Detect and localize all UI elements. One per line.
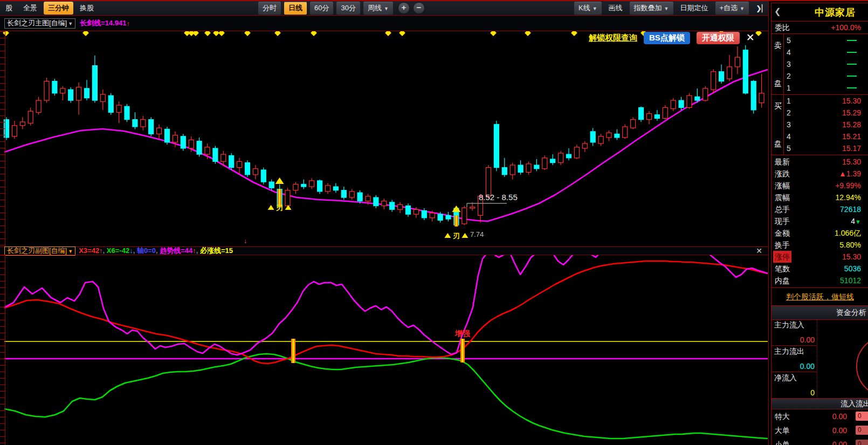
level-num: 5 bbox=[787, 142, 791, 154]
quote-row-内盘: 内盘51012 bbox=[771, 275, 868, 286]
view-tab-3[interactable]: 换股 bbox=[75, 2, 98, 15]
quote-row-金额: 金额1.066亿 bbox=[771, 227, 868, 239]
level-num: 2 bbox=[787, 107, 791, 119]
diamond-marker-icon bbox=[274, 31, 281, 36]
fund-analysis-header: 资金分析 bbox=[771, 305, 868, 320]
level-price: 15.28 bbox=[842, 119, 861, 131]
sub-chart-close-icon[interactable]: ✕ bbox=[756, 247, 762, 255]
level-price: 15.30 bbox=[842, 95, 861, 107]
price-range-label: 8.52 - 8.55 bbox=[479, 193, 518, 202]
main-chart-plot[interactable]: 刃刃8.52 - 8.557.74 解锁权限查询 BS点解锁 开通权限 ✕ bbox=[0, 31, 769, 247]
buy-level-row[interactable]: 515.17 bbox=[771, 142, 868, 154]
flow-header: 流入流出 bbox=[771, 398, 868, 409]
quote-label: 最新 bbox=[775, 156, 790, 168]
weibi-value: +100.0% bbox=[831, 22, 861, 33]
quote-value: 51012 bbox=[840, 275, 861, 286]
quote-label: 涨跌 bbox=[775, 168, 790, 180]
sub-chart-plot[interactable]: 增强 bbox=[0, 255, 769, 445]
vertical-divider bbox=[768, 0, 769, 445]
toolbar-period-group: 分时日线60分30分周线▼+− bbox=[257, 1, 425, 15]
level-num: 5 bbox=[787, 35, 791, 46]
flow-badge: 0 bbox=[856, 412, 868, 421]
flow-badge: 0 bbox=[856, 426, 868, 435]
period-tab-分时[interactable]: 分时 bbox=[258, 1, 281, 15]
blade-signal-label: 刃 bbox=[276, 204, 283, 212]
series-X6 bbox=[4, 354, 768, 439]
quote-label: 震幅 bbox=[775, 191, 790, 203]
toolbar-left-tabs: 股全景三分钟换股 bbox=[0, 1, 99, 15]
tool-1[interactable]: 画线 bbox=[604, 2, 627, 15]
quote-value: 5.80% bbox=[839, 239, 861, 251]
quote-label: 笔数 bbox=[775, 263, 790, 275]
up-arrow-icon: ↑ bbox=[127, 19, 130, 28]
series-X3 bbox=[4, 261, 768, 364]
tool-0[interactable]: K线▼ bbox=[574, 1, 602, 15]
back-arrow-icon[interactable]: ❮ bbox=[774, 6, 781, 16]
fund-label: 净流入 bbox=[774, 373, 797, 383]
level-price: 15.17 bbox=[842, 142, 861, 154]
sell-level-row[interactable]: 2 bbox=[771, 70, 868, 82]
candlestick-chart: 刃刃8.52 - 8.557.74 bbox=[0, 31, 769, 247]
flow-row-大单: 大单0.000 bbox=[771, 423, 868, 437]
period-tab-60分[interactable]: 60分 bbox=[309, 1, 334, 15]
view-tab-2[interactable]: 三分钟 bbox=[44, 2, 73, 15]
sell-level-row[interactable]: 5 bbox=[771, 35, 868, 46]
close-icon[interactable]: ✕ bbox=[746, 33, 755, 42]
buy-level-row[interactable]: 215.29 bbox=[771, 107, 868, 119]
fund-row-主力流入: 主力流入0.00 bbox=[771, 319, 817, 346]
diamond-marker-icon bbox=[192, 31, 199, 36]
param-X6: X6=-42 bbox=[107, 247, 129, 255]
top-toolbar: 股全景三分钟换股 分时日线60分30分周线▼+− K线▼画线指数叠加▼日期定位+… bbox=[0, 1, 769, 15]
tool-4[interactable]: +自选▼ bbox=[715, 1, 750, 15]
flow-row-特大: 特大0.000 bbox=[771, 409, 868, 423]
zoom-in-button[interactable]: + bbox=[398, 2, 410, 14]
quote-row-震幅: 震幅12.94% bbox=[771, 191, 868, 203]
sub-indicator-selector[interactable]: 长剑之刃副图[自编]▼ bbox=[4, 247, 75, 256]
unlock-permission-query-link[interactable]: 解锁权限查询 bbox=[589, 33, 637, 43]
quote-label: 涨停 bbox=[773, 251, 791, 263]
main-indicator-selector[interactable]: 长剑之刃主图[自编]▼ bbox=[4, 18, 75, 29]
param-必涨线: 必涨线=15 bbox=[200, 247, 233, 255]
sell-level-row[interactable]: 3 bbox=[771, 58, 868, 70]
blade-signal-label: 刃 bbox=[453, 232, 460, 240]
quote-row-笔数: 笔数5036 bbox=[771, 263, 868, 275]
diamond-marker-icon bbox=[218, 31, 225, 36]
period-tab-日线[interactable]: 日线 bbox=[284, 1, 307, 15]
buy-level-row[interactable]: 415.21 bbox=[771, 131, 868, 142]
sell-level-row[interactable]: 1 bbox=[771, 82, 868, 94]
open-permission-button[interactable]: 开通权限 bbox=[697, 32, 740, 44]
quote-value: ▲1.39 bbox=[839, 168, 861, 180]
diamond-marker-icon bbox=[385, 31, 391, 36]
tool-2[interactable]: 指数叠加▼ bbox=[629, 1, 674, 15]
view-tab-1[interactable]: 全景 bbox=[19, 2, 42, 15]
stock-activity-link[interactable]: 判个股活跃，做短线 bbox=[786, 292, 854, 301]
quote-row-最新: 最新15.30 bbox=[771, 156, 868, 168]
fund-pie-chart bbox=[856, 336, 868, 397]
zoom-out-button[interactable]: − bbox=[413, 2, 425, 14]
tool-3[interactable]: 日期定位 bbox=[676, 2, 713, 15]
empty-price-dash bbox=[847, 76, 857, 77]
flow-row-小单: 小单0.000 bbox=[771, 437, 868, 445]
view-tab-0[interactable]: 股 bbox=[1, 2, 17, 15]
fund-row-主力流出: 主力流出0.00 bbox=[771, 346, 817, 372]
chevron-down-icon: ▼ bbox=[740, 6, 745, 11]
sell-level-row[interactable]: 4 bbox=[771, 46, 868, 58]
flow-value: 0.00 bbox=[832, 437, 847, 445]
sidebar-header: ❮ 中源家居 bbox=[771, 3, 868, 22]
buy-level-row[interactable]: 315.28 bbox=[771, 119, 868, 131]
fund-analysis-title: 资金分析 bbox=[836, 306, 866, 319]
diamond-marker-icon bbox=[490, 31, 497, 36]
main-chart-header: 长剑之刃主图[自编]▼ 长剑线=14.941 ↑ bbox=[0, 16, 769, 31]
period-tab-周线[interactable]: 周线▼ bbox=[363, 1, 394, 15]
period-tab-30分[interactable]: 30分 bbox=[336, 1, 360, 15]
quote-row-总手: 总手72618 bbox=[771, 203, 868, 215]
buy-level-row[interactable]: 115.30 bbox=[771, 95, 868, 107]
fund-row-净流入: 净流入0 bbox=[771, 372, 817, 399]
stock-name: 中源家居 bbox=[815, 6, 856, 19]
unlock-overlay: 解锁权限查询 BS点解锁 开通权限 ✕ bbox=[589, 31, 755, 44]
fund-value: 0 bbox=[810, 388, 815, 397]
sell-block-label: 卖 bbox=[774, 41, 782, 51]
bs-unlock-button[interactable]: BS点解锁 bbox=[644, 32, 690, 44]
empty-price-dash bbox=[847, 52, 857, 53]
chevron-down-icon: ▼ bbox=[384, 6, 389, 11]
